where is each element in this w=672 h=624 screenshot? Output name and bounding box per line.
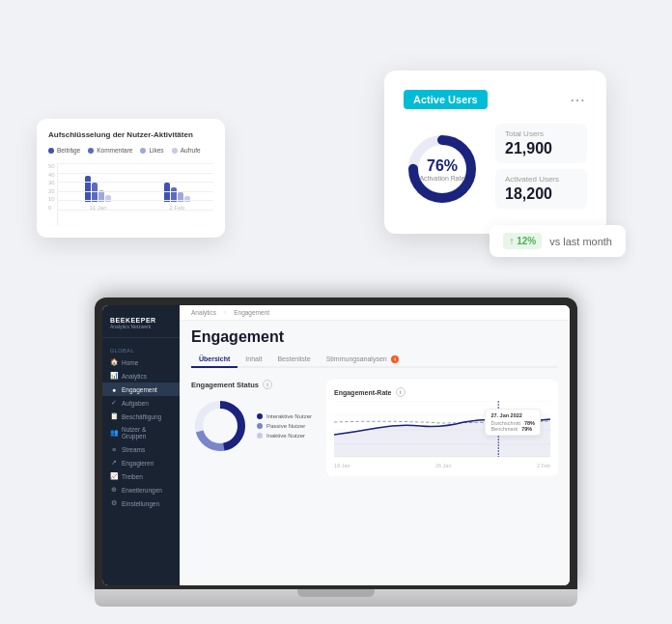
legend-inaktive: Inaktive Nutzer — [257, 433, 312, 439]
bar-g2-b4 — [184, 196, 190, 202]
sidebar-item-aufgaben[interactable]: ✓ Aufgaben — [102, 396, 180, 410]
scene: Aufschlüsselung der Nutzer-Aktivitäten B… — [8, 13, 664, 611]
active-users-content: 76% Activation Rate Total Users 21,900 A… — [404, 124, 587, 214]
legend-dot-inaktive — [257, 433, 263, 439]
sidebar-item-beschaeftigung[interactable]: 📋 Beschäftigung — [102, 410, 180, 423]
sidebar-item-home[interactable]: 🏠 Home — [102, 355, 180, 369]
laptop-base — [95, 589, 577, 607]
bar-g1-b1 — [85, 176, 91, 202]
erweiterungen-icon: ⊕ — [110, 486, 118, 494]
bar-g2-b3 — [178, 192, 183, 202]
legend-likes: Likes — [140, 147, 163, 154]
legend-label-kommentare: Kommentare — [97, 147, 132, 154]
legend-dot-likes — [140, 148, 146, 154]
sidebar-item-erweiterungen[interactable]: ⊕ Erweiterungen — [102, 483, 180, 496]
engagement-rate-section: Engagement-Rate i — [326, 380, 558, 476]
analytics-icon: 📊 — [110, 372, 118, 380]
tab-inhalt[interactable]: Inhalt — [238, 352, 269, 368]
legend-kommentare: Kommentare — [88, 147, 132, 154]
legend-passive: Passive Nutzer — [257, 423, 312, 429]
total-users-label: Total Users — [505, 129, 577, 138]
sidebar-item-aufgaben-label: Aufgaben — [122, 400, 149, 407]
engagement-donut — [191, 397, 249, 455]
sidebar-section-global: Global — [102, 344, 180, 355]
content-area: Engagement Status i — [180, 372, 570, 484]
active-users-card: Active Users ⋯ 76% Activation Rate Total… — [384, 71, 606, 234]
breadcrumb-sep: › — [224, 309, 226, 316]
breadcrumb-analytics: Analytics — [191, 309, 216, 316]
legend-dot-aufrufe — [172, 148, 178, 154]
bar-xlabel-2: 2 Feb — [170, 205, 184, 211]
tab-ubersicht[interactable]: Übersicht — [191, 352, 238, 368]
active-users-stats: Total Users 21,900 Activated Users 18,20… — [495, 124, 587, 214]
sidebar-item-beschaeftigung-label: Beschäftigung — [122, 413, 161, 420]
sidebar-item-einstellungen-label: Einstellungen — [122, 500, 159, 507]
sidebar-item-nutzer[interactable]: 👥 Nutzer & Gruppen — [102, 423, 180, 442]
laptop-notch — [297, 589, 375, 597]
laptop-screen-inner: BEEKEEPER Analytics Netzwerk Global 🏠 Ho… — [102, 305, 570, 585]
total-users-box: Total Users 21,900 — [495, 124, 587, 163]
ylabel-10: 10 — [48, 196, 55, 202]
tab-bestenliste[interactable]: Bestenliste — [269, 352, 318, 368]
sidebar-logo: BEEKEEPER Analytics Netzwerk — [102, 313, 180, 338]
laptop: BEEKEEPER Analytics Netzwerk Global 🏠 Ho… — [95, 298, 577, 607]
tooltip-row-benchmark: Benchmark 79% — [490, 426, 535, 432]
legend-dot-beitraege — [48, 148, 54, 154]
active-users-title: Active Users — [404, 90, 488, 109]
bar-chart-legend: Beiträge Kommentare Likes Aufrufe — [48, 147, 213, 154]
sidebar-item-treiben[interactable]: 📈 Treiben — [102, 469, 180, 483]
engagement-icon: ● — [110, 385, 118, 393]
sidebar-item-engagement-label: Engagement — [122, 386, 157, 393]
sidebar-item-erweiterungen-label: Erweiterungen — [122, 487, 162, 494]
laptop-screen-outer: BEEKEEPER Analytics Netzwerk Global 🏠 Ho… — [95, 298, 577, 589]
legend-label-inaktive: Inaktive Nutzer — [266, 433, 305, 439]
ylabel-0: 0 — [48, 205, 55, 211]
sidebar-logo-text: BEEKEEPER — [110, 317, 172, 324]
engagement-donut-wrap: Interaktive Nutzer Passive Nutzer — [191, 397, 317, 455]
sidebar-item-streams[interactable]: ≡ Streams — [102, 442, 180, 456]
legend-label-beitraege: Beiträge — [57, 147, 80, 154]
line-chart-tooltip: 27. Jan 2022 Durchschnitt 78% Benchmark — [485, 409, 541, 436]
sidebar-item-engagieren[interactable]: ↗ Engagieren — [102, 456, 180, 469]
sidebar-item-streams-label: Streams — [122, 446, 145, 453]
engagement-rate-title: Engagement-Rate i — [334, 387, 550, 397]
legend-dot-passive — [257, 423, 263, 429]
sidebar-item-einstellungen[interactable]: ⚙ Einstellungen — [102, 496, 180, 510]
nutzer-icon: 👥 — [110, 429, 118, 437]
app-sidebar: BEEKEEPER Analytics Netzwerk Global 🏠 Ho… — [102, 305, 180, 585]
x-label-19jan: 19 Jan — [334, 463, 350, 468]
percent-arrow: ↑ 12% — [503, 233, 542, 249]
bar-g2-b2 — [171, 187, 177, 202]
sidebar-item-engagement[interactable]: ● Engagement — [102, 383, 180, 396]
tooltip-value-benchmark: 79% — [521, 426, 532, 432]
donut-sublabel: Activation Rate — [419, 175, 464, 182]
tooltip-date: 27. Jan 2022 — [490, 412, 535, 418]
legend-aufrufe: Aufrufe — [172, 147, 201, 154]
bar-chart-card: Aufschlüsselung der Nutzer-Aktivitäten B… — [37, 119, 225, 238]
percent-badge: ↑ 12% vs last month — [490, 225, 626, 257]
breadcrumb-engagement: Engagement — [234, 309, 269, 316]
app-topbar: Analytics › Engagement — [180, 305, 570, 321]
treiben-icon: 📈 — [110, 472, 118, 480]
engagement-donut-legend: Interaktive Nutzer Passive Nutzer — [257, 413, 312, 439]
percent-text: vs last month — [549, 236, 612, 247]
sidebar-item-analytics-label: Analytics — [122, 373, 147, 380]
x-label-26jan: 26 Jan — [435, 463, 452, 468]
activated-users-box: Activated Users 18,200 — [495, 169, 587, 209]
legend-label-aufrufe: Aufrufe — [181, 147, 201, 154]
tab-stimmungsanalysen[interactable]: Stimmungsanalysen 4 — [319, 352, 407, 368]
donut-label: 76% Activation Rate — [419, 157, 464, 182]
total-users-value: 21,900 — [505, 140, 577, 157]
donut-percent: 76% — [419, 157, 464, 175]
beschaeftigung-icon: 📋 — [110, 412, 118, 420]
legend-dot-kommentare — [88, 148, 94, 154]
legend-interaktive: Interaktive Nutzer — [257, 413, 312, 419]
bar-g1-b2 — [92, 183, 98, 202]
active-users-menu-icon[interactable]: ⋯ — [570, 91, 587, 109]
legend-label-likes: Likes — [149, 147, 163, 154]
sidebar-logo-sub: Analytics Netzwerk — [110, 324, 172, 329]
sidebar-item-analytics[interactable]: 📊 Analytics — [102, 369, 180, 383]
engagement-status-info-icon: i — [263, 380, 272, 389]
legend-label-interaktive: Interaktive Nutzer — [266, 413, 312, 419]
engagement-status-title: Engagement Status i — [191, 380, 317, 389]
